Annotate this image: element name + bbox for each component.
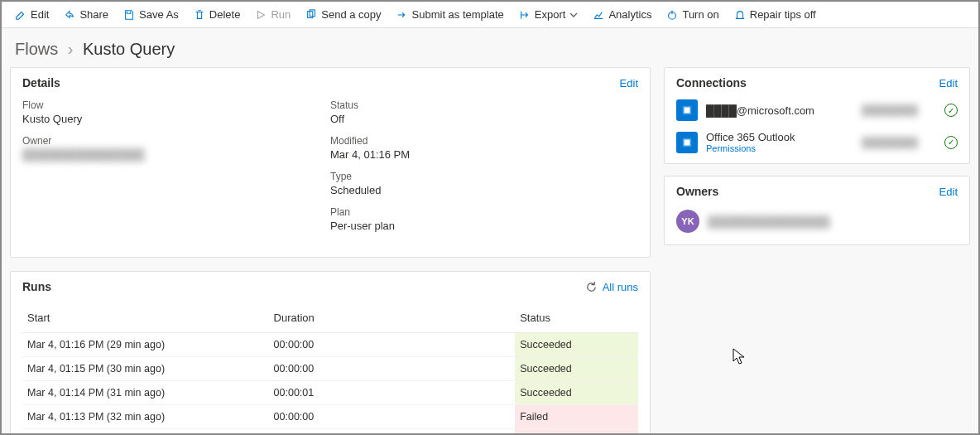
run-status: Succeeded	[515, 381, 638, 405]
connection-row[interactable]: Office 365 OutlookPermissions████████✓	[665, 126, 969, 158]
flow-value: Kusto Query	[22, 113, 330, 125]
owner-label: Owner	[22, 135, 330, 147]
connector-icon	[676, 132, 698, 153]
run-duration: 00:00:00	[269, 405, 516, 429]
run-start: Mar 4, 01:13 PM (32 min ago)	[22, 405, 269, 429]
connections-edit-link[interactable]: Edit	[939, 77, 958, 89]
refresh-icon[interactable]	[585, 281, 598, 293]
chevron-down-icon	[569, 9, 578, 21]
delete-label: Delete	[209, 8, 241, 21]
connections-card: Connections Edit ████@microsoft.com█████…	[664, 67, 970, 164]
send-copy-button[interactable]: Send a copy	[299, 5, 387, 24]
run-start: Mar 4, 01:12 PM (33 min ago)	[22, 429, 269, 436]
save-as-button[interactable]: Save As	[117, 5, 185, 24]
type-value: Scheduled	[330, 184, 638, 196]
run-status: Failed	[515, 405, 638, 429]
analytics-icon	[593, 9, 604, 21]
owners-edit-link[interactable]: Edit	[939, 186, 958, 198]
modified-label: Modified	[330, 135, 638, 147]
connection-account: ████████	[862, 104, 936, 116]
details-card: Details Edit Flow Kusto Query Owner ████…	[10, 67, 651, 258]
run-duration: 00:00:00	[269, 333, 516, 357]
run-label: Run	[271, 8, 291, 21]
run-status: Failed	[515, 429, 638, 436]
play-icon	[255, 9, 267, 21]
share-icon	[64, 9, 75, 21]
all-runs-link[interactable]: All runs	[603, 281, 638, 293]
details-edit-link[interactable]: Edit	[620, 77, 638, 89]
plan-value: Per-user plan	[330, 220, 638, 232]
delete-button[interactable]: Delete	[187, 5, 247, 24]
copy-icon	[305, 9, 317, 21]
check-icon: ✓	[944, 104, 958, 117]
run-start: Mar 4, 01:14 PM (31 min ago)	[22, 381, 269, 405]
col-duration[interactable]: Duration	[269, 303, 516, 333]
runs-table: Start Duration Status Mar 4, 01:16 PM (2…	[22, 303, 638, 435]
breadcrumb-root[interactable]: Flows	[15, 40, 58, 58]
details-title: Details	[22, 76, 60, 89]
owner-name: ████████████████	[708, 215, 829, 228]
status-value: Off	[330, 113, 638, 125]
run-button: Run	[248, 5, 297, 24]
turn-on-button[interactable]: Turn on	[660, 5, 725, 24]
repair-tips-button[interactable]: Repair tips off	[728, 5, 823, 24]
run-start: Mar 4, 01:15 PM (30 min ago)	[22, 357, 269, 381]
analytics-button[interactable]: Analytics	[586, 5, 658, 24]
table-row[interactable]: Mar 4, 01:12 PM (33 min ago)00:00:00Fail…	[22, 429, 638, 436]
col-start[interactable]: Start	[22, 303, 269, 333]
share-button[interactable]: Share	[57, 5, 115, 24]
status-label: Status	[330, 99, 638, 111]
run-status: Succeeded	[515, 333, 638, 357]
turn-on-label: Turn on	[682, 8, 718, 21]
connection-row[interactable]: ████@microsoft.com████████✓	[665, 94, 969, 126]
command-bar: Edit Share Save As Delete Run Send a cop…	[2, 2, 978, 28]
run-duration: 00:00:01	[269, 381, 516, 405]
analytics-label: Analytics	[608, 8, 651, 21]
connection-account: ████████	[862, 137, 936, 148]
connection-name: ████@microsoft.com	[706, 104, 853, 117]
connections-title: Connections	[676, 76, 747, 89]
check-icon: ✓	[944, 136, 958, 149]
col-status[interactable]: Status	[515, 303, 638, 333]
submit-icon	[396, 9, 408, 21]
export-button[interactable]: Export	[512, 5, 585, 24]
breadcrumb-current: Kusto Query	[83, 40, 175, 58]
connection-name: Office 365 Outlook	[706, 131, 853, 143]
runs-card: Runs All runs Start Duration Status Mar …	[10, 271, 651, 435]
table-row[interactable]: Mar 4, 01:15 PM (30 min ago)00:00:00Succ…	[22, 357, 638, 381]
permissions-link[interactable]: Permissions	[706, 143, 853, 153]
export-label: Export	[535, 8, 566, 21]
owners-card: Owners Edit YK ████████████████	[664, 176, 970, 245]
run-status: Succeeded	[515, 357, 638, 381]
power-icon	[666, 9, 678, 21]
trash-icon	[194, 9, 205, 21]
edit-label: Edit	[31, 8, 49, 21]
run-duration: 00:00:00	[269, 429, 516, 436]
pencil-icon	[15, 9, 26, 21]
plan-label: Plan	[330, 206, 638, 218]
save-as-label: Save As	[139, 8, 179, 21]
run-duration: 00:00:00	[269, 357, 516, 381]
runs-title: Runs	[22, 280, 51, 293]
submit-template-button[interactable]: Submit as template	[390, 5, 511, 24]
modified-value: Mar 4, 01:16 PM	[330, 148, 638, 161]
owner-value: ████████████████	[22, 148, 330, 161]
connector-icon	[676, 99, 698, 121]
repair-tips-label: Repair tips off	[750, 8, 816, 21]
edit-button[interactable]: Edit	[8, 5, 55, 24]
table-row[interactable]: Mar 4, 01:13 PM (32 min ago)00:00:00Fail…	[22, 405, 638, 429]
type-label: Type	[330, 171, 638, 182]
table-row[interactable]: Mar 4, 01:14 PM (31 min ago)00:00:01Succ…	[22, 381, 638, 405]
owner-avatar: YK	[676, 210, 699, 233]
breadcrumb: Flows › Kusto Query	[2, 28, 978, 67]
export-icon	[519, 9, 531, 21]
share-label: Share	[79, 8, 108, 21]
owners-title: Owners	[676, 185, 718, 198]
run-start: Mar 4, 01:16 PM (29 min ago)	[22, 333, 269, 357]
table-row[interactable]: Mar 4, 01:16 PM (29 min ago)00:00:00Succ…	[22, 333, 638, 357]
save-icon	[123, 9, 135, 21]
bell-icon	[734, 9, 746, 21]
flow-label: Flow	[22, 99, 330, 111]
chevron-right-icon: ›	[68, 40, 74, 58]
send-copy-label: Send a copy	[321, 8, 381, 21]
